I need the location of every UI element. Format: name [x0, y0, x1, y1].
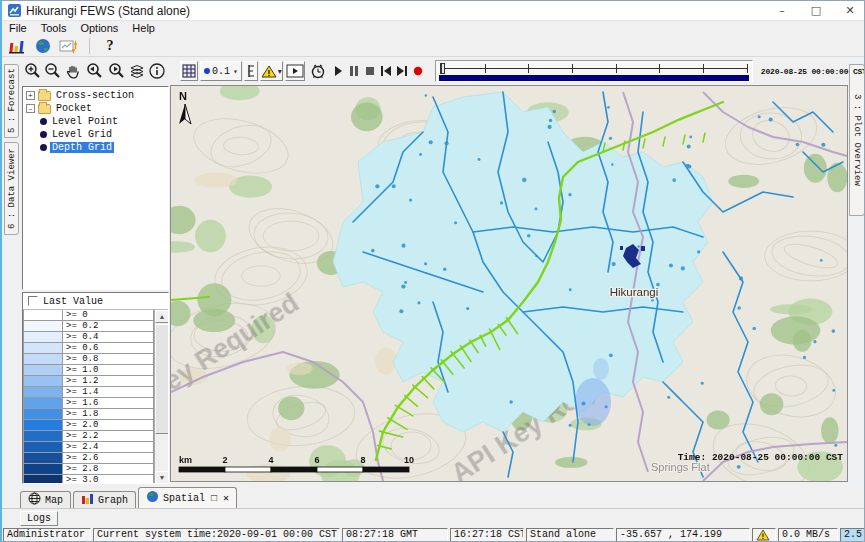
legend-row[interactable]: >= 1.2	[23, 376, 168, 387]
window-title: Hikurangi FEWS (Stand alone)	[26, 4, 190, 18]
layers-icon[interactable]	[128, 61, 146, 81]
legend-row[interactable]: >= 2.0	[23, 420, 168, 431]
legend-row[interactable]: >= 0.2	[23, 321, 168, 332]
svg-text:4: 4	[268, 455, 273, 465]
legend-row[interactable]: >= 1.6	[23, 398, 168, 409]
maximize-button[interactable]: □	[799, 1, 833, 20]
globe-icon[interactable]	[32, 36, 54, 56]
tree-toggle-icon[interactable]: -	[26, 104, 35, 113]
contour-classes-dropdown[interactable]: 0.1 ▾	[200, 61, 242, 81]
timeline-range-bar	[439, 75, 749, 81]
record-icon[interactable]	[411, 61, 425, 81]
tab-float-icon[interactable]: □	[211, 493, 217, 504]
tab-map[interactable]: Map	[20, 491, 71, 508]
help-button[interactable]: ?	[99, 36, 121, 56]
legend-scale-icon[interactable]	[244, 61, 258, 81]
explorer-bars-icon[interactable]	[6, 36, 28, 56]
tree-item-cross-section[interactable]: +Cross-section	[23, 89, 168, 102]
warning-threshold-dropdown[interactable]: ▾	[260, 61, 283, 81]
info-icon[interactable]	[148, 61, 166, 81]
status-gmt-time: 08:27:18 GMT	[342, 528, 448, 542]
skip-to-start-icon[interactable]	[379, 61, 393, 81]
legend-row[interactable]: >= 2.4	[23, 442, 168, 453]
legend-row[interactable]: >= 0.8	[23, 354, 168, 365]
zoom-in-icon[interactable]	[24, 61, 42, 81]
map-time-label: Time: 2020-08-25 00:00:00 CST	[678, 452, 844, 463]
scroll-up-icon[interactable]: ▲	[155, 310, 168, 323]
legend-row[interactable]: >= 3.0	[23, 475, 168, 483]
grid-display-icon[interactable]	[180, 61, 198, 81]
legend-row[interactable]: >= 1.8	[23, 409, 168, 420]
legend-swatch	[23, 321, 63, 332]
tree-item-label: Level Point	[50, 116, 120, 127]
pause-icon[interactable]	[347, 61, 361, 81]
scroll-down-icon[interactable]: ▼	[155, 471, 168, 483]
last-value-checkbox[interactable]	[28, 296, 38, 306]
tree-item-label: Depth Grid	[50, 142, 114, 153]
legend-row[interactable]: >= 2.2	[23, 431, 168, 442]
close-button[interactable]: ✕	[833, 1, 865, 20]
scrollbar-thumb[interactable]	[155, 324, 168, 434]
legend-row-label: >= 3.0	[63, 475, 154, 483]
logs-button[interactable]: Logs	[20, 511, 58, 526]
stop-icon[interactable]	[363, 61, 377, 81]
tab-forecast[interactable]: 5 : Forecast	[4, 64, 19, 138]
menu-file[interactable]: File	[2, 21, 34, 35]
timeline-tick	[616, 64, 617, 73]
tab-spatial[interactable]: Spatial□✕	[138, 487, 237, 508]
legend-row[interactable]: >= 0.4	[23, 332, 168, 343]
legend-row-label: >= 2.6	[63, 453, 154, 464]
legend-row-label: >= 2.0	[63, 420, 154, 431]
tab-close-icon[interactable]: ✕	[223, 492, 229, 504]
menu-help[interactable]: Help	[125, 21, 162, 35]
minimize-button[interactable]: –	[765, 1, 799, 20]
zoom-next-icon[interactable]	[106, 61, 126, 81]
folder-icon	[38, 91, 51, 101]
pan-hand-icon[interactable]	[64, 61, 82, 81]
legend-row[interactable]: >= 2.8	[23, 464, 168, 475]
tab-graph[interactable]: Graph	[73, 491, 136, 508]
legend-scrollbar[interactable]: ▲ ▼	[154, 310, 168, 483]
legend-row-label: >= 0.2	[63, 321, 154, 332]
chevron-down-icon: ▾	[278, 67, 282, 76]
tree-item-depth-grid[interactable]: Depth Grid	[23, 141, 168, 154]
legend-row-label: >= 1.4	[63, 387, 154, 398]
status-warning-icon[interactable]	[752, 528, 776, 542]
legend-swatch	[23, 409, 63, 420]
map-view[interactable]: API Key Required API Key Required	[170, 85, 848, 482]
logs-row: Logs	[2, 509, 865, 527]
tree-item-pocket[interactable]: -Pocket	[23, 102, 168, 115]
legend-panel: Last Value >= 0>= 0.2>= 0.4>= 0.6>= 0.8>…	[22, 292, 169, 484]
legend-row[interactable]: >= 1.0	[23, 365, 168, 376]
legend-swatch	[23, 354, 63, 365]
zoom-out-icon[interactable]	[44, 61, 62, 81]
menu-tools[interactable]: Tools	[34, 21, 74, 35]
legend-row[interactable]: >= 2.6	[23, 453, 168, 464]
legend-row-label: >= 0.4	[63, 332, 154, 343]
place-label-hikurangi: Hikurangi	[610, 286, 659, 298]
import-export-chart-icon[interactable]	[58, 36, 80, 56]
chevron-down-icon: ▾	[233, 67, 238, 76]
skip-to-end-icon[interactable]	[395, 61, 409, 81]
timeline-tick	[747, 64, 748, 73]
legend-row[interactable]: >= 0	[23, 310, 168, 321]
app-logo-icon	[8, 4, 21, 17]
zoom-previous-icon[interactable]	[84, 61, 104, 81]
tree-toggle-icon[interactable]: +	[26, 91, 35, 100]
folder-icon	[38, 104, 51, 114]
play-icon[interactable]	[331, 61, 345, 81]
tree-item-level-grid[interactable]: Level Grid	[23, 128, 168, 141]
tab-plot-overview[interactable]: 3 : Plot Overview	[849, 64, 865, 216]
legend-row[interactable]: >= 1.4	[23, 387, 168, 398]
tab-data-viewer[interactable]: 6 : Data Viewer	[4, 142, 19, 235]
timeline-slider[interactable]	[435, 60, 753, 82]
left-tab-strip: 5 : Forecast 6 : Data Viewer	[2, 57, 20, 488]
tree-item-level-point[interactable]: Level Point	[23, 115, 168, 128]
app-window: Hikurangi FEWS (Stand alone) – □ ✕ FileT…	[0, 0, 865, 542]
status-local-time: 16:27:18 CST	[450, 528, 524, 542]
legend-row[interactable]: >= 0.6	[23, 343, 168, 354]
class-dot-icon	[204, 68, 210, 74]
timer-clock-icon[interactable]	[309, 61, 327, 81]
menu-options[interactable]: Options	[73, 21, 125, 35]
animation-export-icon[interactable]	[285, 61, 305, 81]
